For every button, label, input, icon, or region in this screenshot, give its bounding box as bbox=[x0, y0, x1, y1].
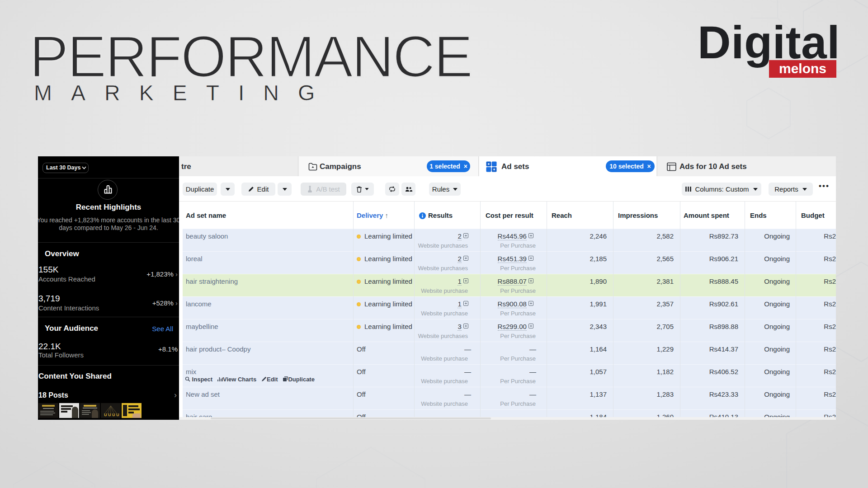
svg-text:U U U U: U U U U bbox=[104, 413, 119, 417]
